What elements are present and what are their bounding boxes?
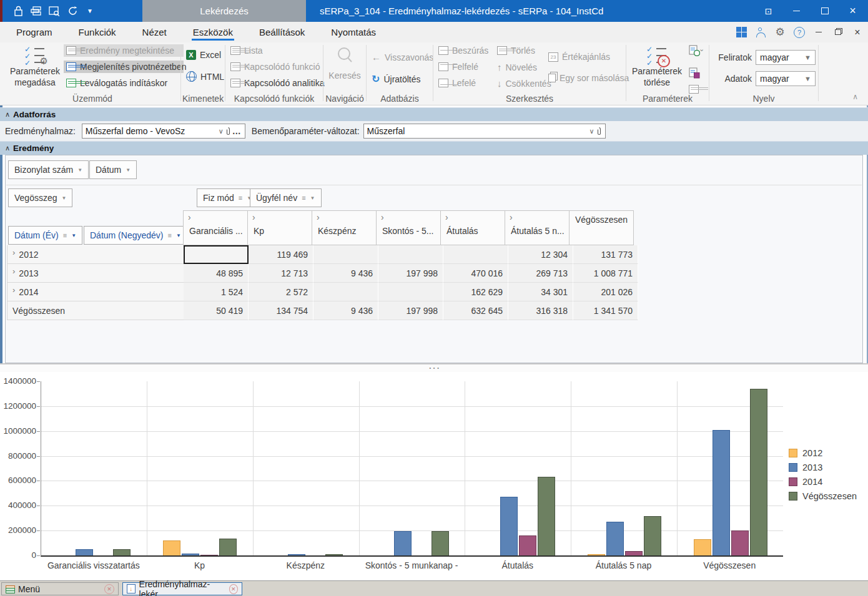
bar-2013[interactable] bbox=[500, 497, 518, 555]
pivot-cell[interactable]: 197 998 bbox=[378, 301, 443, 320]
expand-chevron-icon[interactable]: › bbox=[252, 212, 255, 222]
insert-button[interactable]: Beszúrás bbox=[436, 44, 491, 57]
pivot-cell[interactable]: 119 469 bbox=[249, 245, 313, 264]
menu-eszkozok[interactable]: Eszközök bbox=[192, 24, 234, 41]
expand-chevron-icon[interactable]: › bbox=[445, 212, 448, 222]
bar-2013[interactable] bbox=[182, 554, 199, 555]
copy-row-button[interactable]: Egy sor másolása bbox=[546, 72, 631, 84]
pivot-cell[interactable]: 470 016 bbox=[443, 264, 508, 283]
quickbar-dropdown-icon[interactable]: ▼ bbox=[87, 7, 93, 14]
legend-item[interactable]: 2012 bbox=[789, 448, 857, 458]
pivot-cell[interactable]: 34 301 bbox=[508, 283, 573, 301]
pivot-cell[interactable]: 269 713 bbox=[508, 264, 573, 283]
bar-2013[interactable] bbox=[394, 531, 412, 555]
filter-on-start-button[interactable]: Leválogatás indításkor bbox=[64, 77, 170, 89]
pivot-column-header[interactable]: ›Skontós - 5... bbox=[376, 210, 441, 245]
bar-2012[interactable] bbox=[588, 554, 605, 555]
reload-button[interactable]: ↻ Újratöltés bbox=[369, 72, 423, 86]
pivot-view-button[interactable]: Megjelenítés pivotnézetben bbox=[64, 61, 184, 73]
data-field-vegosszeg[interactable]: Vegösszeg▼ bbox=[8, 188, 72, 207]
pivot-cell[interactable]: 1 008 771 bbox=[573, 264, 638, 283]
expand-chevron-icon[interactable]: › bbox=[12, 285, 15, 295]
ellipsis-browse-icon[interactable]: … bbox=[232, 126, 242, 136]
menu-funkciok[interactable]: Funkciók bbox=[77, 24, 117, 41]
captions-language-select[interactable]: magyar▼ bbox=[756, 50, 816, 65]
pivot-cell[interactable]: 9 436 bbox=[313, 301, 378, 320]
decrease-button[interactable]: ↓ Csökkentés bbox=[495, 77, 554, 90]
search-button[interactable]: Keresés bbox=[325, 46, 365, 81]
settings-gear-icon[interactable]: ⚙ bbox=[774, 27, 786, 38]
menu-list-icon[interactable] bbox=[31, 6, 41, 16]
filter-field-bizonylat-szam[interactable]: Bizonylat szám▼ bbox=[8, 160, 89, 179]
html-export-button[interactable]: HTML bbox=[184, 70, 227, 83]
paperclip-icon[interactable] bbox=[225, 127, 231, 136]
parameters-clear-button[interactable]: ✓ ✓ ✓ ✕ Paraméterek törlése bbox=[630, 45, 684, 88]
increase-button[interactable]: ↑ Növelés bbox=[495, 61, 540, 74]
bar-Végösszesen[interactable] bbox=[219, 539, 237, 555]
pivot-row-header[interactable]: Végösszesen bbox=[7, 301, 184, 320]
focus-mode-icon[interactable]: ⊡ bbox=[754, 0, 782, 22]
pivot-cell[interactable]: 316 318 bbox=[508, 301, 573, 320]
bar-2014[interactable] bbox=[625, 551, 643, 555]
pivot-cell[interactable]: 632 645 bbox=[443, 301, 508, 320]
result-view-button[interactable]: Eredmény megtekintése bbox=[64, 44, 184, 57]
pivot-cell[interactable]: 9 436 bbox=[313, 264, 378, 283]
expand-chevron-icon[interactable]: › bbox=[188, 212, 191, 222]
bar-2012[interactable] bbox=[163, 540, 180, 555]
pivot-cell[interactable]: 1 341 570 bbox=[573, 301, 638, 320]
bar-Végösszesen[interactable] bbox=[644, 516, 661, 555]
close-tab-icon[interactable]: ✕ bbox=[104, 584, 114, 594]
bar-Végösszesen[interactable] bbox=[432, 531, 449, 555]
document-tab[interactable]: Lekérdezés bbox=[142, 0, 306, 22]
ribbon-collapse-icon[interactable]: ∧ bbox=[852, 92, 858, 101]
pivot-cell[interactable]: 162 629 bbox=[443, 283, 508, 301]
pivot-cell[interactable]: 12 304 bbox=[508, 245, 573, 264]
pivot-column-header[interactable]: Végösszesen bbox=[569, 210, 634, 245]
legend-item[interactable]: 2014 bbox=[789, 477, 857, 487]
pivot-column-header[interactable]: ›Készpénz bbox=[312, 210, 377, 245]
pivot-cell[interactable] bbox=[184, 245, 249, 264]
pivot-cell[interactable]: 48 895 bbox=[184, 264, 249, 283]
close-button[interactable]: × bbox=[839, 0, 867, 22]
calculator-grid-icon[interactable] bbox=[736, 27, 747, 38]
pivot-column-header[interactable]: ›Átutalás 5 n... bbox=[505, 210, 570, 245]
bar-Végösszesen[interactable] bbox=[113, 549, 131, 555]
result-section-header[interactable]: ∧ Eredmény bbox=[0, 141, 868, 155]
splitter-handle-icon[interactable]: ··· bbox=[429, 366, 441, 370]
pivot-row-header[interactable]: ›2013 bbox=[7, 264, 184, 283]
refresh-icon[interactable] bbox=[67, 6, 78, 16]
mdi-close-button[interactable]: × bbox=[852, 27, 863, 38]
move-up-button[interactable]: Felfelé bbox=[436, 61, 481, 73]
bar-2012[interactable] bbox=[694, 539, 711, 555]
pivot-cell[interactable]: 50 419 bbox=[184, 301, 249, 320]
pivot-cell[interactable]: 12 713 bbox=[249, 264, 313, 283]
chevron-down-icon[interactable]: ∨ bbox=[219, 127, 224, 135]
delete-button[interactable]: Törlés bbox=[495, 44, 538, 57]
bar-Végösszesen[interactable] bbox=[325, 554, 343, 555]
column-field-fiz-mod[interactable]: Fiz mód≡▼ bbox=[197, 188, 258, 207]
expand-chevron-icon[interactable]: › bbox=[317, 212, 320, 222]
related-function-button[interactable]: Kapcsolódó funkció bbox=[228, 61, 322, 73]
pivot-cell[interactable] bbox=[378, 245, 443, 264]
pivot-column-header[interactable]: ›Kp bbox=[247, 210, 312, 245]
bar-Végösszesen[interactable] bbox=[538, 477, 555, 555]
filter-field-datum[interactable]: Dátum▼ bbox=[89, 160, 137, 179]
mdi-minimize-button[interactable] bbox=[813, 27, 824, 38]
expand-chevron-icon[interactable]: › bbox=[12, 266, 15, 276]
parameters-save-button[interactable] bbox=[686, 66, 703, 82]
pivot-cell[interactable]: 197 998 bbox=[378, 264, 443, 283]
menu-nezet[interactable]: Nézet bbox=[141, 24, 168, 41]
help-icon[interactable]: ? bbox=[794, 27, 805, 38]
related-analytics-button[interactable]: Kapcsolódó analitika bbox=[228, 77, 327, 89]
pivot-cell[interactable]: 2 572 bbox=[249, 283, 313, 301]
menu-program[interactable]: Program bbox=[15, 24, 54, 41]
pivot-cell[interactable] bbox=[313, 283, 378, 301]
lock-icon[interactable] bbox=[14, 6, 23, 16]
chevron-down-icon[interactable]: ∨ bbox=[589, 127, 594, 135]
bar-2014[interactable] bbox=[731, 530, 749, 555]
bar-2013[interactable] bbox=[713, 430, 730, 555]
expand-chevron-icon[interactable]: › bbox=[510, 212, 513, 222]
list-button[interactable]: Lista bbox=[228, 44, 265, 57]
parameters-set-button[interactable]: ✓ ✓ ✓ ⚙ Paraméterek megadása bbox=[7, 45, 62, 88]
input-param-combobox[interactable]: Műszerfal ∨ bbox=[363, 124, 606, 139]
